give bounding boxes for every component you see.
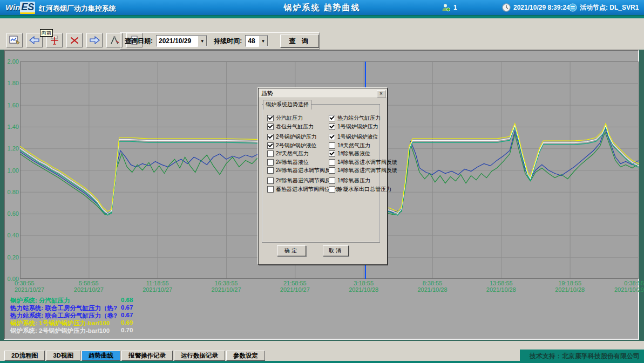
checkbox-label: 2#除氧器液位: [276, 159, 309, 166]
checkbox-icon: [267, 142, 274, 149]
checkbox-label: 2#除氧器进汽调节阀反馈: [276, 177, 336, 184]
x-tick-date: 2021/10/27: [211, 286, 241, 293]
y-tick-label: 1.00: [5, 167, 19, 174]
delete-x-button[interactable]: [66, 33, 83, 47]
x-tick-time: 3:18:55: [354, 280, 374, 286]
dialog-tab-boiler-trend-select[interactable]: 锅炉系统趋势选择: [263, 100, 311, 109]
checkbox-label: 1号锅炉锅炉液位: [337, 133, 378, 141]
bottom-tab-运行数据记录[interactable]: 运行数据记录: [174, 351, 225, 361]
dialog-title: 趋势: [259, 88, 387, 98]
y-tick-label: 1.60: [5, 102, 19, 108]
forward-arrow-icon: [89, 36, 100, 44]
x-tick-label: 8:38:552021/10/28: [408, 280, 457, 293]
legend-value: 0.67: [121, 304, 133, 311]
x-tick-time: 13:58:55: [490, 280, 513, 286]
x-tick-label: 11:18:552021/10/27: [133, 280, 182, 293]
query-button[interactable]: 查 询: [280, 35, 319, 47]
checkbox-label: 2号锅炉锅炉液位: [276, 142, 317, 149]
x-tick-label: 0:38:552021/10/27: [15, 280, 63, 293]
datetime-indicator: 2021/10/29 8:39:24: [502, 0, 570, 15]
checkbox-label: 1#除氧器压力: [337, 177, 370, 184]
checkbox-label: 1号锅炉锅炉压力: [337, 123, 378, 131]
bottom-tab-参数设定[interactable]: 参数设定: [226, 351, 265, 361]
trend-checkbox-item[interactable]: 1#除氧器进汽调节阀反馈: [329, 167, 397, 174]
checkbox-icon: [267, 150, 274, 157]
datetime-text: 2021/10/29 8:39:24: [513, 4, 570, 11]
x-tick-label: 16:38:552021/10/27: [202, 280, 250, 293]
checkbox-icon: [329, 159, 335, 166]
checkbox-icon: [329, 115, 335, 121]
trend-checkbox-item[interactable]: 2#天然气压力: [267, 150, 309, 157]
trend-checkbox-item[interactable]: 2#除氧器进汽调节阀反馈: [267, 177, 336, 184]
x-tick-time: 8:38:55: [423, 280, 443, 286]
ok-button[interactable]: 确定: [277, 245, 306, 256]
duration-select[interactable]: 48 ▼: [245, 35, 268, 47]
y-tick-label: 0.20: [5, 254, 19, 261]
app-window: WinES 红河卷烟厂动力集控系统 锅炉系统 趋势曲线 1 2021/10/29…: [0, 0, 644, 363]
chevron-down-icon[interactable]: ▼: [198, 36, 207, 46]
legend-value: 0.67: [121, 312, 133, 318]
trend-checkbox-item[interactable]: 冷凝水泵出口总管压力: [329, 186, 391, 193]
checkbox-icon: [329, 134, 335, 140]
trend-checkbox-item[interactable]: 1号锅炉锅炉压力: [329, 123, 378, 131]
trend-checkbox-item[interactable]: 1#除氧器压力: [329, 177, 370, 184]
trend-checkbox-item[interactable]: 2号锅炉锅炉液位: [267, 142, 317, 149]
legend-value: 0.69: [121, 319, 133, 326]
legend-label: 锅炉系统: 1号锅炉锅炉压力-bar/100: [10, 319, 110, 327]
compass-icon: [110, 36, 120, 45]
bottom-tab-2D流程图[interactable]: 2D流程图: [4, 351, 45, 361]
checkbox-icon: [267, 167, 274, 174]
cancel-button[interactable]: 取消: [323, 245, 349, 256]
close-icon[interactable]: ×: [377, 90, 385, 98]
x-tick-time: 21:58:55: [283, 280, 307, 286]
chevron-down-icon[interactable]: ▼: [259, 36, 268, 46]
back-arrow-icon: [29, 36, 40, 44]
trend-report-button[interactable]: [6, 33, 23, 47]
checkbox-label: 2#除氧器进水调节阀反馈: [276, 167, 336, 174]
y-tick-label: 2.00: [5, 58, 19, 65]
x-tick-date: 2021/10/27: [143, 286, 172, 293]
trend-checkbox-item[interactable]: 1#天然气压力: [329, 142, 370, 149]
active-node-text: 活动节点: DL_SVR1: [580, 3, 639, 12]
checkbox-icon: [329, 186, 335, 193]
query-date-select[interactable]: 2021/10/29 ▼: [156, 35, 207, 47]
trend-checkbox-item[interactable]: 2#除氧器进水调节阀反馈: [267, 167, 336, 174]
trend-checkbox-item[interactable]: 1号锅炉锅炉液位: [329, 133, 378, 141]
y-tick-label: 1.20: [5, 145, 19, 152]
x-tick-time: 19:18:55: [558, 280, 581, 286]
checkbox-icon: [329, 177, 335, 184]
trend-checkbox-item[interactable]: 2号锅炉锅炉压力: [267, 133, 317, 141]
bottom-tab-趋势曲线[interactable]: 趋势曲线: [82, 351, 120, 361]
footer-bar: 2D流程图3D视图趋势曲线报警操作记录运行数据记录参数设定 技术支持：北京康孚科…: [0, 350, 644, 363]
trend-checkbox-item[interactable]: 卷包分气缸压力: [267, 123, 314, 131]
bottom-tab-报警操作记录[interactable]: 报警操作记录: [121, 351, 173, 361]
forward-arrow-button[interactable]: [86, 33, 103, 47]
x-tick-date: 2021/10/28: [417, 286, 447, 293]
trend-checkbox-item[interactable]: 1#除氧器液位: [329, 150, 370, 157]
trend-checkbox-item[interactable]: 分汽缸压力: [267, 114, 303, 122]
bottom-tab-3D视图[interactable]: 3D视图: [46, 351, 80, 361]
x-tick-date: 2021/10/27: [74, 286, 104, 293]
y-tick-label: 0.60: [5, 210, 19, 217]
x-tick-date: 2021/10/28: [349, 286, 378, 293]
checkbox-label: 冷凝水泵出口总管压力: [337, 186, 391, 193]
checkbox-label: 卷包分气缸压力: [276, 123, 314, 131]
support-text: 技术支持：北京康孚科技股份有限公司: [530, 350, 640, 363]
y-tick-label: 1.80: [5, 80, 19, 86]
bottom-gap-strip: [0, 341, 644, 350]
user-count-indicator: 1: [442, 0, 457, 15]
checkbox-label: 1#除氧器液位: [337, 150, 370, 157]
trend-checkbox-item[interactable]: 2#除氧器液位: [267, 159, 309, 166]
trend-checkbox-item[interactable]: 热力站分气缸压力: [329, 114, 381, 122]
trend-select-dialog: 趋势 × 锅炉系统趋势选择 分汽缸压力卷包分气缸压力2号锅炉锅炉压力2号锅炉锅炉…: [258, 88, 388, 265]
legend-value: 0.68: [121, 297, 133, 303]
trend-checkbox-item[interactable]: 1#除氧器进水调节阀反馈: [329, 159, 397, 166]
tooltip-forward: 向前: [40, 29, 53, 37]
query-date-label: 查询日期:: [125, 37, 153, 46]
checkbox-label: 2号锅炉锅炉压力: [276, 133, 317, 141]
checkbox-label: 热力站分气缸压力: [337, 114, 381, 122]
x-tick-time: 0:38:55: [624, 280, 644, 286]
checkbox-label: 1#天然气压力: [337, 142, 370, 149]
checkbox-icon: [329, 142, 335, 149]
checkbox-label: 2#天然气压力: [276, 150, 309, 157]
